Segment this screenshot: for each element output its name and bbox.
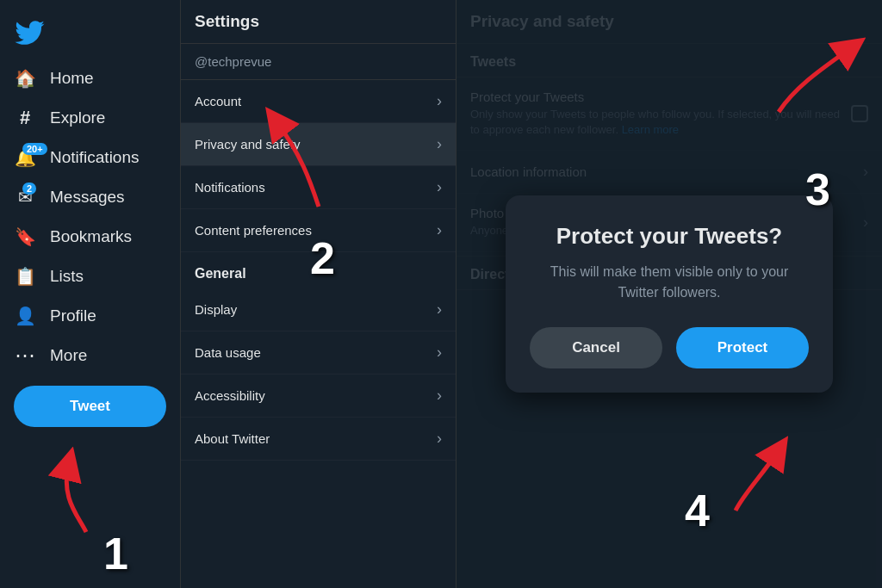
more-label: More [50, 346, 87, 365]
lists-label: Lists [50, 267, 84, 286]
settings-item-privacy[interactable]: Privacy and safety › [181, 123, 456, 166]
accessibility-chevron: › [437, 387, 442, 405]
data-chevron: › [437, 344, 442, 362]
settings-item-display[interactable]: Display › [181, 288, 456, 331]
sidebar-item-bookmarks[interactable]: 🔖 Bookmarks [0, 217, 180, 257]
modal-overlay: Protect your Tweets? This will make them… [457, 0, 882, 588]
settings-item-about[interactable]: About Twitter › [181, 418, 456, 461]
sidebar-item-profile[interactable]: 👤 Profile [0, 296, 180, 336]
accessibility-label: Accessibility [195, 388, 265, 403]
content-chevron: › [437, 221, 442, 239]
sidebar-item-explore[interactable]: # Explore [0, 98, 180, 138]
step-3-number: 3 [805, 164, 830, 215]
arrow-1 [26, 446, 129, 541]
sidebar-item-more[interactable]: ⋯ More [0, 336, 180, 375]
profile-icon: 👤 [14, 305, 36, 327]
privacy-panel: Privacy and safety Tweets Protect your T… [457, 0, 882, 588]
account-chevron: › [437, 92, 442, 110]
settings-header: Settings [181, 0, 456, 44]
privacy-label: Privacy and safety [195, 137, 301, 152]
lists-icon: 📋 [14, 265, 36, 288]
messages-label: Messages [50, 188, 125, 207]
content-label: Content preferences [195, 223, 312, 238]
data-label: Data usage [195, 345, 261, 360]
notifications-label: Notifications [50, 148, 140, 167]
settings-item-notifications[interactable]: Notifications › [181, 166, 456, 209]
display-label: Display [195, 302, 237, 317]
about-chevron: › [437, 430, 442, 448]
sidebar-item-notifications[interactable]: 🔔 Notifications 20+ [0, 138, 180, 177]
notifications-badge: 20+ [22, 143, 47, 155]
sidebar-item-lists[interactable]: 📋 Lists [0, 257, 180, 296]
bookmarks-icon: 🔖 [14, 226, 36, 248]
messages-badge: 2 [22, 183, 36, 195]
tweet-button[interactable]: Tweet [14, 386, 166, 427]
profile-label: Profile [50, 306, 96, 325]
step-1-number: 1 [103, 528, 128, 579]
account-label: Account [195, 94, 241, 108]
modal-buttons: Cancel Protect [530, 327, 809, 368]
settings-item-accessibility[interactable]: Accessibility › [181, 374, 456, 418]
modal-description: This will make them visible only to your… [530, 262, 809, 303]
cancel-button[interactable]: Cancel [530, 327, 662, 368]
protect-tweets-modal: Protect your Tweets? This will make them… [506, 195, 833, 393]
display-chevron: › [437, 300, 442, 319]
notifications-chevron: › [437, 178, 442, 196]
settings-user: @techprevue [181, 44, 456, 80]
twitter-logo [0, 7, 180, 59]
step-4-number: 4 [685, 485, 710, 536]
explore-icon: # [14, 107, 36, 129]
explore-label: Explore [50, 108, 105, 127]
arrow-4 [701, 433, 804, 519]
settings-item-data[interactable]: Data usage › [181, 331, 456, 374]
privacy-chevron: › [437, 135, 442, 153]
home-icon: 🏠 [14, 67, 36, 90]
protect-button[interactable]: Protect [676, 327, 809, 368]
bookmarks-label: Bookmarks [50, 227, 132, 246]
settings-item-account[interactable]: Account › [181, 80, 456, 123]
sidebar-item-messages[interactable]: ✉ Messages 2 [0, 177, 180, 217]
about-label: About Twitter [195, 431, 270, 446]
sidebar-item-home[interactable]: 🏠 Home [0, 59, 180, 98]
settings-panel: Settings @techprevue Account › Privacy a… [181, 0, 457, 588]
modal-title: Protect your Tweets? [530, 223, 809, 250]
more-icon: ⋯ [14, 344, 36, 367]
home-label: Home [50, 69, 94, 88]
step-2-number: 2 [310, 232, 335, 284]
sidebar: 🏠 Home # Explore 🔔 Notifications 20+ ✉ M… [0, 0, 181, 588]
notifications-settings-label: Notifications [195, 180, 265, 195]
